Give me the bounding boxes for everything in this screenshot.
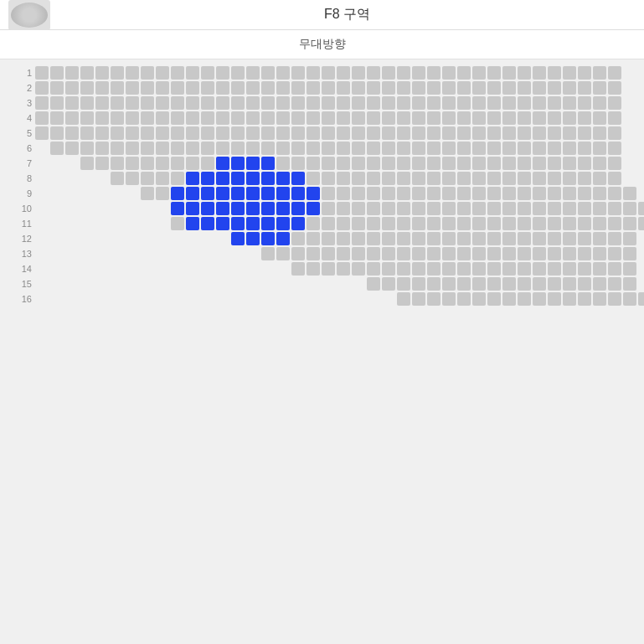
seat[interactable] (563, 81, 576, 95)
seat[interactable] (231, 142, 245, 155)
seat[interactable] (457, 66, 471, 80)
seat[interactable] (276, 187, 290, 200)
seat[interactable] (307, 217, 320, 230)
seat[interactable] (276, 247, 290, 260)
seat[interactable] (518, 247, 531, 260)
seat[interactable] (397, 247, 410, 260)
seat[interactable] (261, 202, 275, 215)
seat[interactable] (518, 66, 531, 80)
seat[interactable] (623, 232, 636, 245)
seat[interactable] (291, 247, 305, 260)
seat[interactable] (487, 232, 501, 245)
seat[interactable] (216, 202, 229, 215)
seat[interactable] (261, 247, 275, 260)
seat[interactable] (548, 157, 561, 170)
seat[interactable] (156, 157, 169, 170)
seat[interactable] (307, 111, 320, 125)
seat[interactable] (593, 126, 606, 140)
seat[interactable] (291, 262, 305, 276)
seat[interactable] (427, 81, 440, 95)
seat[interactable] (276, 111, 290, 125)
seat[interactable] (276, 96, 290, 110)
seat[interactable] (50, 81, 64, 95)
seat[interactable] (201, 66, 214, 80)
seat[interactable] (382, 232, 395, 245)
seat[interactable] (533, 172, 546, 185)
seat[interactable] (382, 66, 395, 80)
seat[interactable] (427, 142, 440, 155)
seat[interactable] (472, 202, 486, 215)
seat[interactable] (412, 292, 425, 306)
seat[interactable] (337, 66, 350, 80)
seat[interactable] (578, 247, 591, 260)
seat[interactable] (593, 157, 606, 170)
seat[interactable] (246, 187, 260, 200)
seat[interactable] (502, 187, 516, 200)
seat[interactable] (337, 126, 350, 140)
seat[interactable] (352, 232, 365, 245)
seat[interactable] (578, 232, 591, 245)
seat[interactable] (80, 126, 94, 140)
seat[interactable] (487, 172, 501, 185)
seat[interactable] (65, 142, 79, 155)
seat[interactable] (412, 277, 425, 291)
seat[interactable] (322, 172, 335, 185)
seat[interactable] (246, 172, 260, 185)
seat[interactable] (246, 111, 260, 125)
seat[interactable] (367, 262, 380, 276)
seat[interactable] (111, 126, 124, 140)
seat[interactable] (35, 111, 49, 125)
seat[interactable] (502, 66, 516, 80)
seat[interactable] (578, 111, 591, 125)
seat[interactable] (608, 172, 621, 185)
seat[interactable] (502, 126, 516, 140)
seat[interactable] (472, 157, 486, 170)
seat[interactable] (518, 232, 531, 245)
seat[interactable] (216, 66, 229, 80)
seat[interactable] (457, 172, 471, 185)
seat[interactable] (502, 81, 516, 95)
seat[interactable] (457, 262, 471, 276)
seat[interactable] (412, 66, 425, 80)
seat[interactable] (141, 66, 154, 80)
seat[interactable] (457, 247, 471, 260)
seat[interactable] (578, 292, 591, 306)
seat[interactable] (442, 172, 456, 185)
seat[interactable] (367, 232, 380, 245)
seat[interactable] (276, 217, 290, 230)
seat[interactable] (518, 217, 531, 230)
seat[interactable] (397, 111, 410, 125)
seat[interactable] (201, 187, 214, 200)
seat[interactable] (95, 81, 109, 95)
seat[interactable] (337, 142, 350, 155)
seat[interactable] (623, 202, 636, 215)
seat[interactable] (231, 81, 245, 95)
seat[interactable] (231, 232, 245, 245)
seat[interactable] (472, 142, 486, 155)
seat[interactable] (171, 126, 184, 140)
seat[interactable] (487, 96, 501, 110)
seat[interactable] (65, 66, 79, 80)
seat[interactable] (487, 247, 501, 260)
seat[interactable] (412, 157, 425, 170)
seat[interactable] (397, 277, 410, 291)
seat[interactable] (382, 111, 395, 125)
seat[interactable] (382, 126, 395, 140)
seat[interactable] (563, 202, 576, 215)
seat[interactable] (533, 96, 546, 110)
seat[interactable] (216, 157, 229, 170)
seat[interactable] (35, 66, 49, 80)
seat[interactable] (593, 262, 606, 276)
seat[interactable] (548, 142, 561, 155)
seat[interactable] (382, 277, 395, 291)
seat[interactable] (608, 277, 621, 291)
seat[interactable] (322, 232, 335, 245)
seat[interactable] (487, 66, 501, 80)
seat[interactable] (276, 172, 290, 185)
seat[interactable] (518, 96, 531, 110)
seat[interactable] (171, 157, 184, 170)
seat[interactable] (442, 262, 456, 276)
seat[interactable] (472, 126, 486, 140)
seat[interactable] (261, 81, 275, 95)
seat[interactable] (171, 187, 184, 200)
